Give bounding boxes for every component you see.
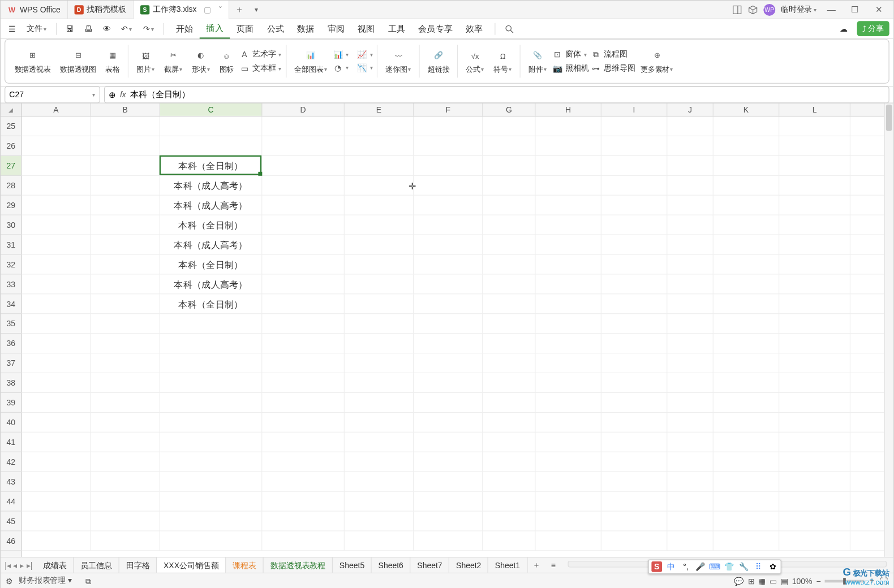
row-header[interactable]: 38 [1, 373, 21, 393]
cell[interactable] [601, 512, 667, 531]
cell[interactable] [91, 472, 160, 492]
row-header[interactable]: 26 [1, 136, 21, 156]
column-header[interactable]: E [345, 103, 414, 116]
view-page-icon[interactable]: ▭ [770, 576, 777, 585]
cell[interactable] [22, 492, 91, 512]
cell[interactable] [601, 334, 667, 353]
cell[interactable] [414, 334, 483, 353]
app-tab-workbook[interactable]: S 工作簿3.xlsx ▢ ˅ [134, 1, 230, 19]
formula-bar[interactable]: ⊕ fx 本科（全日制） [104, 87, 889, 103]
cell[interactable] [483, 512, 535, 531]
sheet-tab[interactable]: Sheet1 [488, 557, 527, 573]
cell[interactable] [535, 314, 601, 334]
cell[interactable] [22, 176, 91, 196]
more-materials-button[interactable]: ⊕更多素材▾ [637, 47, 677, 75]
cell[interactable] [483, 334, 535, 353]
cell[interactable] [91, 294, 160, 314]
cell[interactable] [91, 215, 160, 235]
cell[interactable] [667, 215, 713, 235]
cell[interactable] [345, 353, 414, 373]
cell[interactable] [535, 156, 601, 176]
cell[interactable] [535, 176, 601, 196]
cell[interactable] [414, 235, 483, 255]
app-tab-templates[interactable]: D 找稻壳模板 [68, 1, 134, 19]
cell[interactable] [535, 353, 601, 373]
cell[interactable] [535, 433, 601, 452]
cell[interactable] [160, 452, 262, 472]
cell[interactable] [91, 373, 160, 393]
cell[interactable] [22, 373, 91, 393]
cell[interactable] [601, 116, 667, 136]
cell[interactable] [667, 156, 713, 176]
cell[interactable] [714, 452, 779, 472]
cell[interactable] [535, 136, 601, 156]
textbox-button[interactable]: ▭文本框▾ [239, 63, 282, 74]
cell[interactable] [779, 176, 850, 196]
cell[interactable] [779, 492, 850, 512]
cell[interactable] [667, 116, 713, 136]
cell[interactable] [601, 176, 667, 196]
cell[interactable] [483, 413, 535, 433]
fx-icon[interactable]: fx [120, 90, 126, 99]
cell[interactable] [414, 255, 483, 275]
cell[interactable] [345, 255, 414, 275]
cell[interactable] [345, 512, 414, 531]
cell[interactable] [779, 235, 850, 255]
cell[interactable] [345, 492, 414, 512]
cell[interactable] [262, 492, 345, 512]
row-header[interactable]: 35 [1, 314, 21, 334]
cell[interactable] [345, 472, 414, 492]
close-button[interactable]: ✕ [870, 1, 888, 19]
select-all-corner[interactable]: ◢ [1, 103, 22, 116]
view-comment-icon[interactable]: 💬 [734, 576, 743, 585]
cell[interactable] [91, 492, 160, 512]
cell[interactable] [91, 353, 160, 373]
cell[interactable] [535, 334, 601, 353]
row-header[interactable]: 37 [1, 353, 21, 373]
cell[interactable] [262, 196, 345, 215]
camera-button[interactable]: 📷照相机 [552, 63, 589, 74]
cell[interactable] [483, 373, 535, 393]
row-header[interactable]: 28 [1, 176, 21, 196]
cell[interactable] [779, 452, 850, 472]
chart-bar-icon[interactable]: 📊▾ 📈▾ [333, 49, 373, 60]
cell[interactable] [714, 136, 779, 156]
cell[interactable] [22, 452, 91, 472]
cell[interactable] [714, 353, 779, 373]
cell[interactable] [483, 255, 535, 275]
cell[interactable] [667, 334, 713, 353]
cell[interactable] [91, 156, 160, 176]
cell[interactable] [22, 274, 91, 294]
cell[interactable] [414, 156, 483, 176]
menu-tab-插入[interactable]: 插入 [200, 19, 230, 38]
cell[interactable] [345, 314, 414, 334]
cell[interactable]: 本科（成人高考） [160, 274, 262, 294]
app-tab-wps[interactable]: W WPS Office [1, 1, 68, 19]
cell[interactable] [22, 294, 91, 314]
ime-grid-icon[interactable]: ⠿ [753, 561, 764, 572]
cell[interactable] [91, 314, 160, 334]
cell[interactable] [483, 294, 535, 314]
row-header[interactable]: 39 [1, 393, 21, 413]
cell[interactable] [91, 452, 160, 472]
cell[interactable] [535, 472, 601, 492]
column-header[interactable]: I [601, 103, 667, 116]
name-box[interactable]: C27▾ [5, 87, 100, 103]
cells-area[interactable]: ✛ 本科（全日制）本科（成人高考）本科（成人高考）本科（全日制）本科（成人高考）… [22, 116, 893, 557]
cell[interactable] [667, 452, 713, 472]
cell[interactable] [667, 512, 713, 531]
chevron-down-icon[interactable]: ▾ [92, 92, 96, 98]
row-header[interactable]: 32 [1, 255, 21, 275]
cell[interactable] [91, 196, 160, 215]
column-header[interactable]: L [779, 103, 850, 116]
cell[interactable] [667, 433, 713, 452]
cell[interactable] [160, 433, 262, 452]
cell[interactable] [414, 512, 483, 531]
cell[interactable] [667, 393, 713, 413]
zoom-formula-icon[interactable]: ⊕ [109, 90, 116, 100]
column-header[interactable]: A [22, 103, 91, 116]
cell[interactable] [22, 116, 91, 136]
sheet-tab[interactable]: Sheet7 [411, 557, 450, 573]
cell[interactable] [91, 116, 160, 136]
cell[interactable] [345, 274, 414, 294]
